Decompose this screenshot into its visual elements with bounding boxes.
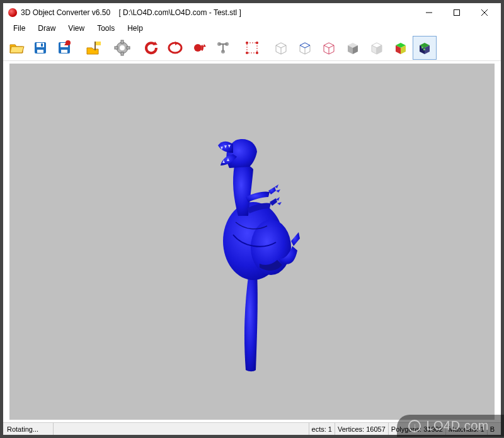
watermark-text: LO4D.com xyxy=(426,418,489,433)
watermark: ↓ LO4D.com xyxy=(397,415,504,437)
save-as-button[interactable] xyxy=(52,36,76,60)
status-vertices-label: Vertices: xyxy=(338,425,364,433)
wireframe-blue-icon xyxy=(296,39,314,57)
settings-button[interactable] xyxy=(110,36,134,60)
title-spacer xyxy=(110,8,118,17)
axis-icon xyxy=(214,39,232,57)
rotate-free-button[interactable] xyxy=(187,36,211,60)
axis-button[interactable] xyxy=(211,36,235,60)
menu-help[interactable]: Help xyxy=(121,23,149,34)
svg-rect-32 xyxy=(423,48,425,50)
menu-view[interactable]: View xyxy=(62,23,91,34)
svg-point-11 xyxy=(66,40,71,45)
svg-rect-7 xyxy=(41,43,43,47)
wireframe-red-icon xyxy=(320,39,338,57)
gear-icon xyxy=(113,39,131,57)
model-dinosaur xyxy=(183,121,321,376)
wireframe-gray-icon xyxy=(272,39,290,57)
svg-point-29 xyxy=(246,52,248,54)
shaded-white-button[interactable] xyxy=(365,36,389,60)
svg-rect-16 xyxy=(121,52,123,55)
shaded-gray-button[interactable] xyxy=(341,36,365,60)
save-button[interactable] xyxy=(28,36,52,60)
menu-tools[interactable]: Tools xyxy=(91,23,121,34)
rotate-cw-button[interactable] xyxy=(163,36,187,60)
svg-point-27 xyxy=(246,42,248,44)
rotate-cw-icon xyxy=(166,39,184,57)
svg-rect-31 xyxy=(421,47,423,48)
status-message: Rotating... xyxy=(3,423,54,435)
svg-rect-6 xyxy=(37,50,43,53)
svg-rect-18 xyxy=(127,47,130,49)
folder-flag-icon xyxy=(84,39,102,57)
viewport-3d[interactable] xyxy=(9,64,495,420)
maximize-button[interactable] xyxy=(443,4,471,21)
status-objects-label: ects: xyxy=(312,425,326,433)
title-app-name: 3D Object Converter v6.50 xyxy=(21,8,110,17)
wireframe-blue-button[interactable] xyxy=(293,36,317,60)
titlebar[interactable]: 3D Object Converter v6.50 [ D:\LO4D.com\… xyxy=(3,3,501,22)
bounds-icon xyxy=(243,39,261,57)
rotate-ccw-button[interactable] xyxy=(139,36,163,60)
shaded-gray-icon xyxy=(344,39,362,57)
svg-rect-26 xyxy=(247,43,257,53)
wireframe-red-button[interactable] xyxy=(317,36,341,60)
bounds-button[interactable] xyxy=(240,36,264,60)
color-cube-button[interactable] xyxy=(389,36,413,60)
menu-file[interactable]: File xyxy=(7,23,32,34)
wireframe-gray-button[interactable] xyxy=(269,36,293,60)
toolbar xyxy=(3,35,501,61)
window-controls xyxy=(415,4,498,21)
checker-cube-icon xyxy=(416,39,433,57)
svg-rect-10 xyxy=(61,50,67,53)
svg-rect-1 xyxy=(454,10,460,16)
menu-draw[interactable]: Draw xyxy=(32,23,62,34)
download-icon: ↓ xyxy=(408,420,421,432)
checker-cube-button[interactable] xyxy=(413,36,437,60)
svg-point-14 xyxy=(120,45,125,50)
minimize-button[interactable] xyxy=(415,4,443,21)
open-button[interactable] xyxy=(4,36,28,60)
svg-rect-12 xyxy=(94,42,96,50)
title-file-path: [ D:\LO4D.com\LO4D.com - Test.stl ] xyxy=(118,8,241,17)
rotate-free-icon xyxy=(190,39,208,57)
close-button[interactable] xyxy=(471,4,498,21)
svg-point-20 xyxy=(194,44,202,52)
app-icon xyxy=(8,8,17,17)
status-objects-value: 1 xyxy=(328,425,332,433)
menubar: File Draw View Tools Help xyxy=(3,22,501,35)
svg-rect-17 xyxy=(115,47,118,49)
shaded-white-icon xyxy=(368,39,386,57)
svg-rect-5 xyxy=(37,43,44,47)
save-icon xyxy=(32,39,49,57)
folder-flag-button[interactable] xyxy=(81,36,105,60)
rotate-ccw-icon xyxy=(142,39,160,57)
svg-point-28 xyxy=(256,42,258,44)
svg-point-30 xyxy=(256,52,258,54)
save-as-icon xyxy=(55,39,73,57)
app-window: 3D Object Converter v6.50 [ D:\LO4D.com\… xyxy=(3,3,501,435)
status-vertices-value: 16057 xyxy=(366,425,386,433)
open-folder-icon xyxy=(8,39,25,57)
color-cube-icon xyxy=(392,39,410,57)
svg-rect-15 xyxy=(121,40,123,43)
